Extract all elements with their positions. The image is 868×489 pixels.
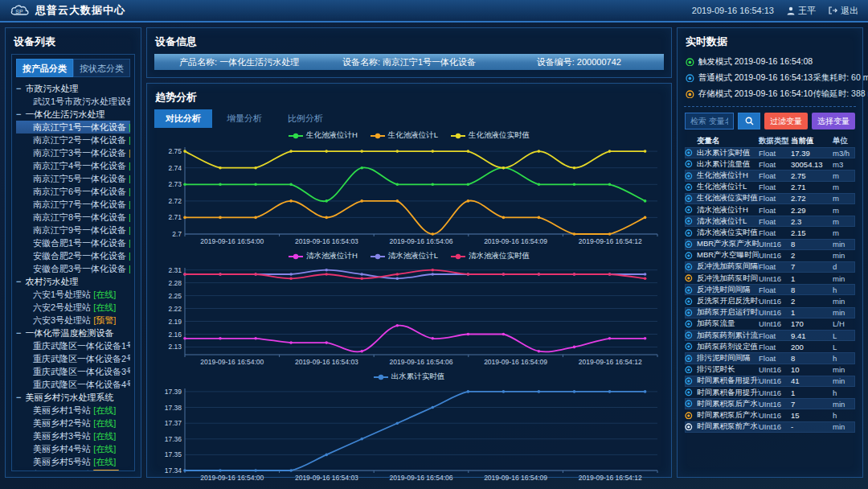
- variable-unit: min: [833, 240, 855, 249]
- device-item[interactable]: 重庆武隆区一体化设备2号站 [预警]: [16, 352, 130, 365]
- variable-row[interactable]: 加药泵药剂累计流量Float9.41L: [685, 330, 855, 341]
- search-button[interactable]: [738, 113, 760, 129]
- device-item[interactable]: 南京江宁7号一体化设备 [在线]: [16, 198, 130, 211]
- tree-group-1[interactable]: −一体化生活污水处理: [16, 108, 130, 121]
- device-item[interactable]: 美丽乡村2号站 [在线]: [16, 417, 130, 429]
- variable-row[interactable]: 生化池液位计LFloat2.71m: [685, 182, 855, 193]
- device-item[interactable]: 南京江宁8号一体化设备 [在线]: [16, 211, 130, 224]
- svg-text:2.73: 2.73: [168, 180, 182, 188]
- variable-row[interactable]: 清水池液位实时值Float2.15m: [685, 227, 855, 238]
- variable-status-icon: [685, 320, 697, 328]
- variable-row[interactable]: 加药泵流量UInt16170L/H: [685, 318, 855, 330]
- trend-tab-2[interactable]: 比例分析: [276, 109, 334, 128]
- variable-unit: L/H: [833, 319, 855, 328]
- variable-row[interactable]: 排污泥时长UInt1610min: [685, 364, 855, 376]
- device-item[interactable]: 安徽合肥1号一体化设备 [在线]: [16, 236, 130, 249]
- variable-unit: min: [833, 297, 855, 306]
- collapse-icon[interactable]: −: [16, 277, 21, 286]
- device-item[interactable]: 南京江宁3号一体化设备 [预警]: [16, 146, 130, 159]
- trend-tab-1[interactable]: 增量分析: [215, 109, 273, 128]
- device-item[interactable]: 美丽乡村5号站 [在线]: [16, 455, 130, 468]
- variable-row[interactable]: 时间累积备用提升泵时UInt161h: [685, 387, 855, 398]
- svg-text:17.35: 17.35: [165, 450, 182, 458]
- device-item-label: 美丽乡村2号站: [33, 418, 93, 428]
- device-item[interactable]: 南京江宁1号一体化设备 [在线]: [16, 121, 130, 134]
- tree-group-2[interactable]: −农村污水处理: [16, 275, 130, 288]
- variable-row[interactable]: 排污泥时间间隔Float8h: [685, 352, 855, 364]
- device-item[interactable]: 重庆武隆区一体化设备1号站 [预警]: [16, 339, 130, 352]
- trend-tab-0[interactable]: 对比分析: [154, 109, 212, 128]
- variable-row[interactable]: 反冲洗加药泵时间UInt161min: [685, 273, 855, 284]
- mode-label-time: 普通模式 2019-09-16 16:54:13: [698, 72, 813, 84]
- variable-row[interactable]: 生化池液位计HFloat2.75m: [685, 170, 855, 181]
- variable-row[interactable]: MBR产水泵产水时间分UInt168min: [685, 239, 855, 250]
- variable-status-icon: [685, 217, 697, 225]
- device-item[interactable]: 六安2号处理站 [在线]: [16, 301, 130, 314]
- device-item[interactable]: 美丽乡村1号站 [在线]: [16, 404, 130, 417]
- mode-status-icon: [686, 90, 694, 99]
- variable-row[interactable]: 加药泵药剂设定值Float200L: [685, 341, 855, 352]
- device-item[interactable]: 美丽乡村3号站 [在线]: [16, 429, 130, 442]
- user-menu[interactable]: 王平: [787, 5, 816, 17]
- variable-type: UInt16: [759, 297, 791, 306]
- tree-group-4[interactable]: −美丽乡村污水处理系统: [16, 391, 130, 404]
- collapse-icon[interactable]: −: [16, 328, 21, 338]
- select-variable-button[interactable]: 选择变量: [812, 113, 855, 129]
- variable-row[interactable]: 时间累积泵后产水电动阀时UInt1615h: [685, 409, 855, 421]
- svg-text:2.13: 2.13: [168, 343, 182, 351]
- device-item[interactable]: 南京江宁9号一体化设备 [在线]: [16, 224, 130, 236]
- variable-row[interactable]: 加药泵开启运行时间UInt161min: [685, 307, 855, 318]
- device-item[interactable]: 南京江宁5号一体化设备 [在线]: [16, 172, 130, 185]
- device-item[interactable]: 南京江宁2号一体化设备 [在线]: [16, 134, 130, 146]
- device-item[interactable]: 六安3号处理站 [预警]: [16, 314, 130, 327]
- logout-button[interactable]: 退出: [829, 5, 858, 17]
- device-item[interactable]: 美丽乡村4号站 [在线]: [16, 442, 130, 455]
- device-item[interactable]: 重庆武隆区一体化设备4号站 [预警]: [16, 378, 130, 391]
- category-tab-0[interactable]: 按产品分类: [16, 59, 73, 77]
- legend-item[interactable]: 生化池液位实时值: [451, 130, 530, 141]
- variable-type: Float: [759, 262, 791, 271]
- device-item[interactable]: 六安1号处理站 [在线]: [16, 288, 130, 301]
- variable-row[interactable]: 反冲洗加药泵间隔时间Float7d: [685, 261, 855, 273]
- legend-item[interactable]: 生化池液位计L: [371, 130, 438, 141]
- device-item[interactable]: 美丽乡村6号站 [预警]: [16, 468, 130, 471]
- variable-status-icon: [685, 377, 697, 385]
- mode-status-icon: [686, 74, 694, 83]
- svg-text:2019-09-16 16:54:00: 2019-09-16 16:54:00: [200, 358, 264, 366]
- device-item-label: 美丽乡村6号站: [33, 470, 93, 471]
- variable-row[interactable]: 出水累计流量值Float30054.13m3: [685, 158, 855, 170]
- variable-row[interactable]: 出水累计实时值Float17.39m3/h: [685, 147, 855, 158]
- variable-row[interactable]: 时间累积泵前产水电动阀分UInt16-min: [685, 421, 855, 433]
- device-item-label: 南京江宁1号一体化设备: [33, 122, 129, 132]
- filter-variable-button[interactable]: 过滤变量: [764, 113, 808, 129]
- device-item[interactable]: 南京江宁6号一体化设备 [在线]: [16, 185, 130, 198]
- device-item[interactable]: 南京江宁4号一体化设备 [在线]: [16, 159, 130, 172]
- collapse-icon[interactable]: −: [16, 392, 21, 402]
- legend-item[interactable]: 出水累计实时值: [374, 372, 445, 382]
- variable-row[interactable]: 清水池液位计HFloat2.29m: [685, 204, 855, 216]
- legend-item[interactable]: 清水池液位计H: [289, 251, 358, 261]
- variable-row[interactable]: 时间累积备用提升泵分UInt1641min: [685, 376, 855, 387]
- variable-row[interactable]: 时间累积泵后产水电动阀分UInt167min: [685, 398, 855, 409]
- legend-item[interactable]: 生化池液位计H: [289, 130, 358, 141]
- variable-row[interactable]: 生化池液位实时值Float2.72m: [685, 193, 855, 204]
- tree-group-0[interactable]: −市政污水处理: [16, 82, 130, 95]
- device-item[interactable]: 安徽合肥2号一体化设备 [在线]: [16, 249, 130, 262]
- variable-search-input[interactable]: [685, 113, 734, 129]
- collapse-icon[interactable]: −: [16, 109, 21, 119]
- device-item[interactable]: 武汉1号市政污水处理设备 [离线]: [16, 95, 130, 108]
- legend-item[interactable]: 清水池液位计L: [371, 251, 438, 261]
- collapse-icon[interactable]: −: [16, 84, 21, 93]
- variable-value: 2.3: [791, 217, 833, 226]
- variable-row[interactable]: 反洗泵开启反洗时长UInt162min: [685, 295, 855, 306]
- variable-row[interactable]: 清水池液位计LFloat2.3m: [685, 216, 855, 227]
- status-badge: [预警]: [93, 470, 119, 471]
- legend-item[interactable]: 清水池液位实时值: [451, 251, 530, 261]
- category-tab-1[interactable]: 按状态分类: [73, 59, 130, 77]
- status-badge: [在线]: [93, 405, 116, 415]
- variable-row[interactable]: MBR产水空曝时间分UInt162min: [685, 250, 855, 261]
- device-item[interactable]: 重庆武隆区一体化设备3号站 [在线]: [16, 365, 130, 378]
- variable-row[interactable]: 反冲洗时间间隔Float8h: [685, 284, 855, 295]
- device-item[interactable]: 安徽合肥3号一体化设备 [在线]: [16, 262, 130, 275]
- tree-group-3[interactable]: −一体化带温度检测设备: [16, 327, 130, 339]
